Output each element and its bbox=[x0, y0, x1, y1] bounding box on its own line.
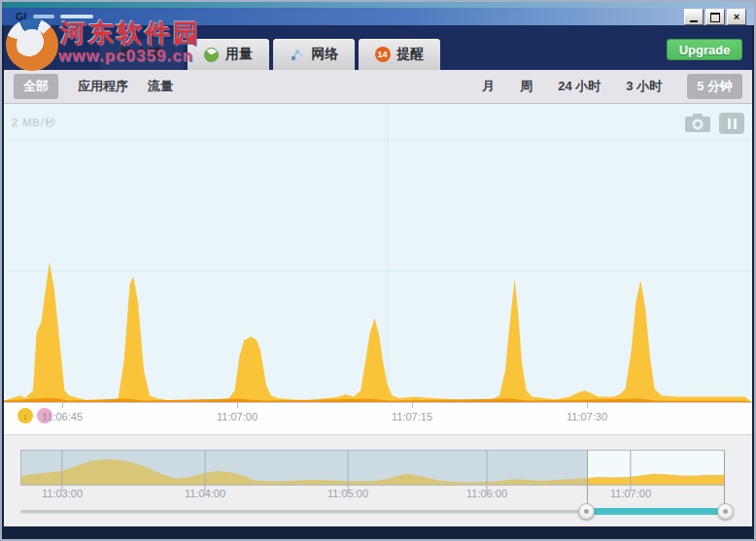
tab-alerts[interactable]: 14 提醒 bbox=[359, 39, 440, 70]
title-smudge bbox=[60, 15, 93, 18]
range-month-button[interactable]: 月 bbox=[482, 78, 495, 95]
range-week-button[interactable]: 周 bbox=[520, 78, 533, 95]
time-tick-mark bbox=[412, 403, 413, 408]
overview-tick-label: 11:03:00 bbox=[42, 488, 83, 499]
range-24h-button[interactable]: 24 小时 bbox=[558, 78, 601, 95]
tab-usage[interactable]: 用量 bbox=[188, 39, 269, 70]
minimize-icon bbox=[690, 20, 698, 22]
pause-bar bbox=[734, 118, 737, 129]
selection-handle-left[interactable] bbox=[578, 503, 595, 520]
time-tick-mark bbox=[62, 403, 63, 408]
title-bar: Gl × bbox=[2, 8, 754, 25]
view-switcher: 全部 应用程序 流量 bbox=[14, 70, 173, 103]
close-button[interactable]: × bbox=[727, 9, 746, 25]
overview-tick-label: 11:07:00 bbox=[610, 488, 651, 499]
tab-firewall[interactable]: 防火墙 bbox=[100, 39, 184, 70]
close-icon: × bbox=[734, 12, 739, 22]
camera-icon[interactable] bbox=[684, 113, 711, 134]
view-apps-button[interactable]: 应用程序 bbox=[78, 78, 128, 95]
selection-edge-right bbox=[724, 450, 725, 510]
tab-firewall-label: 防火墙 bbox=[121, 46, 162, 63]
selection-handle-right[interactable] bbox=[717, 503, 734, 520]
time-tick-label: 11:07:30 bbox=[567, 411, 607, 423]
overview-tick-label: 11:06:00 bbox=[466, 488, 507, 499]
overview-tick-label: 11:05:00 bbox=[327, 488, 368, 499]
title-smudge bbox=[33, 15, 54, 18]
view-all-button[interactable]: 全部 bbox=[14, 74, 58, 99]
y-axis-label: 2 MB/秒 bbox=[12, 116, 56, 130]
app-window: Gl × 防火墙 用量 网络 14 提 bbox=[0, 0, 756, 541]
range-3h-button[interactable]: 3 小时 bbox=[626, 78, 662, 95]
handle-dot bbox=[723, 509, 728, 514]
app-title: Gl bbox=[16, 11, 27, 22]
range-5min-button[interactable]: 5 分钟 bbox=[687, 74, 742, 99]
selection-edge-left bbox=[587, 450, 588, 510]
view-traffic-button[interactable]: 流量 bbox=[148, 78, 173, 95]
time-range-switcher: 月 周 24 小时 3 小时 5 分钟 bbox=[482, 70, 742, 103]
overview-tick-label: 11:04:00 bbox=[185, 488, 225, 499]
download-arrow-icon[interactable]: ↓ bbox=[17, 408, 33, 423]
pause-bar bbox=[728, 118, 731, 129]
timeline-selected-range[interactable] bbox=[587, 508, 725, 515]
time-tick-label: 11:07:00 bbox=[217, 411, 258, 423]
time-axis: ↓ ↑ 11:06:4511:07:0011:07:1511:07:30 bbox=[4, 402, 752, 434]
handle-dot bbox=[584, 509, 589, 514]
traffic-graph-area[interactable]: 2 MB/秒 bbox=[4, 104, 752, 402]
upgrade-button[interactable]: Upgrade bbox=[667, 39, 742, 60]
traffic-graph[interactable] bbox=[4, 104, 752, 402]
maximize-icon bbox=[710, 13, 720, 22]
time-tick-label: 11:07:15 bbox=[392, 411, 432, 423]
tab-network[interactable]: 网络 bbox=[273, 39, 355, 70]
time-tick-label: 11:06:45 bbox=[42, 411, 83, 423]
pause-icon[interactable] bbox=[719, 113, 744, 134]
time-tick-mark bbox=[237, 403, 238, 408]
overview-panel: 11:03:0011:04:0011:05:0011:06:0011:07:00 bbox=[4, 434, 752, 526]
usage-pie-icon bbox=[204, 48, 219, 62]
network-nodes-icon bbox=[290, 47, 305, 62]
tab-usage-label: 用量 bbox=[225, 46, 253, 63]
alert-count-badge: 14 bbox=[375, 47, 391, 62]
filter-bar: 全部 应用程序 流量 月 周 24 小时 3 小时 5 分钟 bbox=[4, 70, 752, 104]
maximize-button[interactable] bbox=[705, 9, 725, 25]
tab-alerts-label: 提醒 bbox=[397, 46, 425, 63]
header-tab-bar: 防火墙 用量 网络 14 提醒 Upgrade bbox=[4, 25, 752, 70]
tab-network-label: 网络 bbox=[312, 46, 339, 63]
minimize-button[interactable] bbox=[684, 9, 704, 25]
time-tick-mark bbox=[587, 403, 588, 408]
overview-minimap[interactable] bbox=[20, 450, 725, 491]
window-controls: × bbox=[684, 9, 746, 25]
